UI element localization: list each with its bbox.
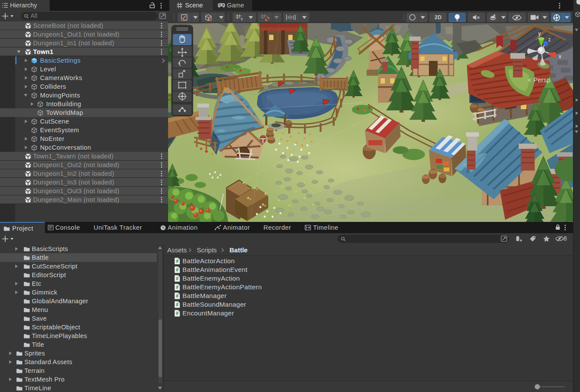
svg-text:#: # [176,267,179,272]
svg-text:x: x [559,54,561,60]
svg-text:< Persp: < Persp [528,76,550,84]
svg-text:#: # [176,302,179,307]
svg-text:#: # [176,285,179,290]
svg-text:#: # [176,311,179,316]
svg-text:y: y [538,30,541,37]
svg-text:#: # [176,293,179,298]
svg-text:#: # [176,258,179,264]
svg-text:z: z [548,37,551,43]
svg-text:#: # [176,276,179,281]
svg-text:Y: Y [241,17,243,21]
